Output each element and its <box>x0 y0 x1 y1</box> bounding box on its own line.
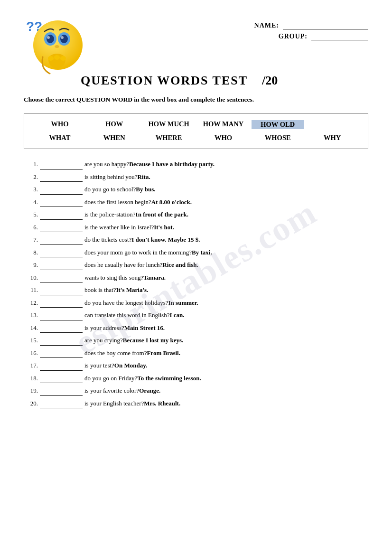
q-answer-14: Main Street 16. <box>124 323 165 333</box>
q-answer-9: Rice and fish. <box>162 260 198 270</box>
question-item-2: 2. is sitting behind you? Rita. <box>24 172 368 182</box>
questions-list: 1. are you so happy? Because I have a bi… <box>24 160 368 408</box>
word-HOW-MANY: HOW MANY <box>197 120 250 129</box>
q-blank-1 <box>40 160 83 169</box>
q-text-20: is your English teacher? <box>84 399 144 408</box>
question-item-15: 15. are you crying? Because I lost my ke… <box>24 336 368 346</box>
question-item-3: 3. do you go to school? By bus. <box>24 185 368 195</box>
q-num-17: 17. <box>24 361 38 370</box>
q-text-15: are you crying? <box>84 336 123 345</box>
q-num-6: 6. <box>24 223 38 232</box>
q-blank-10 <box>40 273 83 283</box>
q-blank-12 <box>40 298 83 308</box>
q-num-16: 16. <box>24 348 38 358</box>
q-answer-19: Orange. <box>139 386 160 395</box>
group-line: GROUP: <box>279 32 368 40</box>
q-blank-6 <box>40 223 83 233</box>
q-text-4: does the first lesson begin? <box>84 198 151 207</box>
q-text-12: do you have the longest holidays? <box>84 298 168 308</box>
q-answer-11: It's Maria's. <box>116 285 148 295</box>
word-HOW-MUCH: HOW MUCH <box>143 120 195 129</box>
q-blank-13 <box>40 310 83 320</box>
q-num-20: 20. <box>24 399 38 408</box>
q-answer-4: At 8.00 o'clock. <box>151 198 192 207</box>
word-WHERE: WHERE <box>143 134 195 142</box>
question-item-11: 11. book is that? It's Maria's. <box>24 285 368 295</box>
q-blank-8 <box>40 248 83 258</box>
q-num-5: 5. <box>24 210 38 219</box>
header-area: ?? <box>24 14 368 71</box>
q-answer-6: It's hot. <box>154 223 174 232</box>
q-text-1: are you so happy? <box>84 160 129 169</box>
question-item-16: 16. does the boy come from? From Brasil. <box>24 348 368 358</box>
q-text-17: is your test? <box>84 361 114 370</box>
score: /20 <box>262 74 278 88</box>
q-text-11: book is that? <box>84 285 116 295</box>
q-blank-16 <box>40 348 83 358</box>
name-line: NAME: <box>254 21 368 29</box>
q-text-14: is your address? <box>84 323 124 333</box>
instructions: Choose the correct QUESTION WORD in the … <box>24 95 368 104</box>
q-blank-5 <box>40 210 83 220</box>
word-box: WHO HOW HOW MUCH HOW MANY HOW OLD WHAT W… <box>24 113 368 149</box>
q-text-3: do you go to school? <box>84 185 136 194</box>
q-answer-5: In front of the park. <box>136 210 188 219</box>
group-input[interactable] <box>311 32 368 40</box>
q-num-19: 19. <box>24 386 38 395</box>
q-blank-9 <box>40 260 83 270</box>
question-item-8: 8. does your mom go to work in the morni… <box>24 248 368 258</box>
name-label: NAME: <box>254 22 279 29</box>
svg-point-11 <box>54 55 60 60</box>
name-group-area: NAME: GROUP: <box>90 14 368 43</box>
q-blank-18 <box>40 374 83 384</box>
q-blank-19 <box>40 386 83 396</box>
svg-point-7 <box>61 36 64 39</box>
q-blank-2 <box>40 172 83 182</box>
q-num-1: 1. <box>24 160 38 169</box>
name-input[interactable] <box>283 21 368 29</box>
q-num-7: 7. <box>24 235 38 245</box>
q-num-15: 15. <box>24 336 38 345</box>
q-text-9: does he usually have for lunch? <box>84 260 162 270</box>
q-blank-11 <box>40 285 83 295</box>
q-answer-20: Mrs. Rheault. <box>144 399 180 408</box>
svg-point-6 <box>60 35 68 43</box>
q-answer-16: From Brasil. <box>147 348 180 358</box>
main-title: QUESTION WORDS TEST <box>81 74 248 88</box>
q-text-19: is your favorite color? <box>84 386 139 395</box>
question-item-10: 10. wants to sing this song? Tamara. <box>24 273 368 283</box>
q-text-7: do the tickets cost? <box>84 235 131 245</box>
question-item-5: 5. is the police-station? In front of th… <box>24 210 368 220</box>
q-num-10: 10. <box>24 273 38 282</box>
svg-point-3 <box>47 35 54 43</box>
question-item-9: 9. does he usually have for lunch? Rice … <box>24 260 368 270</box>
svg-point-12 <box>60 56 66 61</box>
q-answer-12: In summer. <box>168 298 198 308</box>
q-blank-14 <box>40 323 83 333</box>
question-item-19: 19. is your favorite color? Orange. <box>24 386 368 396</box>
svg-point-4 <box>47 36 50 39</box>
q-text-6: is the weather like in Israel? <box>84 223 154 232</box>
question-item-17: 17. is your test? On Monday. <box>24 361 368 371</box>
word-WHOSE: WHOSE <box>252 134 304 142</box>
q-num-2: 2. <box>24 172 38 182</box>
question-item-18: 18. do you go on Friday? To the swimming… <box>24 374 368 384</box>
emoji-character: ?? <box>24 14 85 71</box>
q-num-13: 13. <box>24 310 38 320</box>
q-text-8: does your mom go to work in the morning? <box>84 248 192 257</box>
question-item-13: 13. can translate this word in English? … <box>24 310 368 320</box>
word-WHO2: WHO <box>197 134 250 142</box>
q-text-13: can translate this word in English? <box>84 310 169 320</box>
q-answer-8: By taxi. <box>192 248 212 257</box>
q-num-8: 8. <box>24 248 38 257</box>
question-item-4: 4. does the first lesson begin? At 8.00 … <box>24 198 368 207</box>
q-blank-7 <box>40 235 83 245</box>
word-WHO1: WHO <box>34 120 86 129</box>
q-blank-20 <box>40 399 83 409</box>
word-empty1 <box>306 120 358 129</box>
title-row: QUESTION WORDS TEST /20 <box>81 74 368 88</box>
q-num-18: 18. <box>24 374 38 383</box>
q-text-16: does the boy come from? <box>84 348 147 358</box>
q-text-10: wants to sing this song? <box>84 273 143 282</box>
word-HOW-OLD: HOW OLD <box>252 120 304 129</box>
